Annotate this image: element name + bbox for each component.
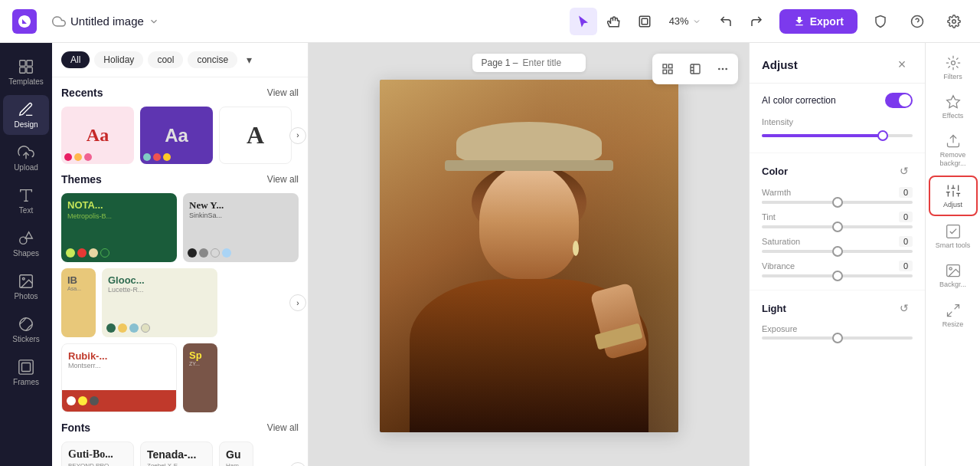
vibrance-label: Vibrance <box>762 261 795 271</box>
page-indicator: Page 1 – <box>472 54 585 72</box>
svg-point-3 <box>952 19 956 23</box>
frame-tool-button[interactable] <box>631 8 658 35</box>
page-title-input[interactable] <box>523 57 577 68</box>
svg-rect-23 <box>663 70 667 74</box>
intensity-slider[interactable] <box>762 134 913 137</box>
sidebar-item-frames[interactable]: Frames <box>3 353 49 392</box>
themes-next-button[interactable]: › <box>289 294 306 311</box>
theme-card-ib[interactable]: IB Asa... <box>61 268 96 337</box>
document-title[interactable]: Untitled image <box>46 11 165 31</box>
warmth-label: Warmth <box>762 188 791 197</box>
templates-label: Templates <box>8 77 44 86</box>
effects-label: Effects <box>942 112 963 120</box>
theme-card-glooc[interactable]: Glooc... Lucette-R... <box>102 268 217 337</box>
right-panel-item-remove-bg[interactable]: Remove backgr... <box>929 127 978 174</box>
filter-chip-all[interactable]: All <box>61 51 90 68</box>
theme-card-sp[interactable]: Sp ZY... <box>183 343 217 412</box>
svg-rect-16 <box>22 363 31 372</box>
sidebar-item-templates[interactable]: Templates <box>3 52 49 92</box>
zoom-control[interactable]: 43% <box>662 11 709 31</box>
ai-correction-toggle[interactable] <box>885 93 913 108</box>
stickers-icon <box>18 316 34 333</box>
undo-button[interactable] <box>712 8 740 35</box>
icon-sidebar: Templates Design Upload Text Shapes Phot… <box>0 43 52 466</box>
recents-next-button[interactable]: › <box>289 127 306 144</box>
select-tool-button[interactable] <box>570 8 597 35</box>
font-card-1[interactable]: Tenada-... Zoebel X-E... Stilu-Regular <box>140 441 213 466</box>
theme-card-nota[interactable]: NOTA... Metropolis-B... <box>61 193 177 262</box>
export-button[interactable]: Export <box>779 9 858 34</box>
themes-viewall[interactable]: View all <box>267 174 299 185</box>
filter-chip-cool[interactable]: cool <box>148 51 183 68</box>
svg-point-14 <box>20 318 33 331</box>
photos-icon <box>18 273 34 290</box>
right-panel-item-adjust[interactable]: Adjust <box>929 176 978 216</box>
hand-tool-button[interactable] <box>600 8 628 35</box>
svg-point-26 <box>722 68 724 71</box>
fonts-next-button[interactable]: › <box>289 462 306 467</box>
recents-viewall[interactable]: View all <box>267 87 299 98</box>
right-panel-item-filters[interactable]: Filters <box>929 49 978 87</box>
canvas-more-button[interactable] <box>710 57 735 81</box>
sidebar-item-shapes[interactable]: Shapes <box>3 224 49 264</box>
vibrance-slider[interactable] <box>762 274 913 277</box>
sidebar-item-design[interactable]: Design <box>3 95 49 135</box>
redo-button[interactable] <box>743 8 770 35</box>
sidebar-item-text[interactable]: Text <box>3 181 49 221</box>
tint-slider[interactable] <box>762 225 913 228</box>
recent-card-purple[interactable]: Aa <box>140 107 213 164</box>
app-logo[interactable] <box>12 9 37 34</box>
image-frame[interactable] <box>380 80 678 432</box>
color-reset-button[interactable]: ↺ <box>896 162 913 179</box>
color-section-title: Color <box>762 166 788 177</box>
vibrance-row: Vibrance 0 <box>762 261 913 277</box>
theme-card-rubik[interactable]: Rubik-... Montserr... <box>61 343 177 412</box>
smart-tools-label: Smart tools <box>936 241 971 250</box>
filter-chip-concise[interactable]: concise <box>188 51 237 68</box>
canvas-layout-button[interactable] <box>683 57 707 81</box>
fonts-viewall[interactable]: View all <box>267 422 299 433</box>
theme-card-newy[interactable]: New Y... SinkinSa... <box>183 193 299 262</box>
canvas-grid-button[interactable] <box>655 57 680 81</box>
tint-row: Tint 0 <box>762 212 913 228</box>
right-panel-item-resize[interactable]: Resize <box>929 297 978 334</box>
recent-card-pink[interactable]: Aa <box>61 107 134 164</box>
shapes-icon <box>18 230 34 247</box>
help-button[interactable] <box>903 8 931 35</box>
text-label: Text <box>19 206 33 215</box>
color-section: Color ↺ Warmth 0 Tint 0 <box>750 153 925 290</box>
background-label: Backgr... <box>939 281 966 289</box>
filter-more-button[interactable]: ▾ <box>242 51 256 69</box>
recent-card-white[interactable]: A <box>219 107 292 164</box>
shield-button[interactable] <box>867 8 894 35</box>
fonts-section: Fonts View all Guti-Bo... BEYOND PRO... … <box>52 422 308 466</box>
svg-rect-22 <box>668 70 672 74</box>
exposure-slider[interactable] <box>762 336 913 340</box>
remove-bg-label: Remove backgr... <box>932 151 975 168</box>
sidebar-item-stickers[interactable]: Stickers <box>3 310 49 350</box>
right-panel-item-background[interactable]: Backgr... <box>929 257 978 295</box>
settings-button[interactable] <box>940 8 968 35</box>
right-panel-item-effects[interactable]: Effects <box>929 88 978 126</box>
cloud-icon <box>52 15 66 28</box>
sidebar-item-upload[interactable]: Upload <box>3 138 49 178</box>
light-reset-button[interactable]: ↺ <box>896 300 913 317</box>
font-card-0[interactable]: Guti-Bo... BEYOND PRO... Anta-Regular <box>61 441 134 466</box>
right-panel-item-smart-tools[interactable]: Smart tools <box>929 218 978 256</box>
filters-icon <box>946 55 961 71</box>
svg-rect-1 <box>642 18 648 25</box>
adjust-panel: Adjust × AI color correction Intensity <box>749 43 925 466</box>
sidebar-item-photos[interactable]: Photos <box>3 267 49 307</box>
font-card-2[interactable]: Gu Ham... <box>219 441 253 466</box>
canvas-content <box>309 43 749 466</box>
templates-icon <box>18 58 34 75</box>
adjust-close-button[interactable]: × <box>891 54 913 75</box>
svg-line-47 <box>954 305 959 310</box>
saturation-slider[interactable] <box>762 250 913 253</box>
filter-chip-holiday[interactable]: Holiday <box>94 51 143 68</box>
intensity-row: Intensity <box>762 114 913 137</box>
frames-icon <box>18 359 34 376</box>
warmth-slider[interactable] <box>762 201 913 204</box>
resize-label: Resize <box>942 320 964 328</box>
upload-icon <box>18 144 34 161</box>
